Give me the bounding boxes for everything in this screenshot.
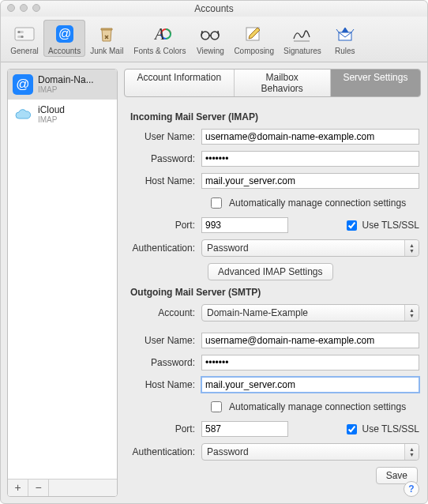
window-title: Accounts [194, 3, 233, 14]
prefs-tab-signatures[interactable]: Signatures [279, 20, 326, 57]
prefs-toolbar: General @ Accounts Junk Mail [1, 17, 427, 62]
account-protocol: IMAP [38, 85, 94, 94]
at-icon: @ [51, 23, 78, 45]
incoming-hostname-field[interactable] [201, 173, 419, 189]
prefs-tab-fonts[interactable]: A Fonts & Colors [128, 20, 191, 57]
prefs-tab-label: General [10, 47, 39, 55]
titlebar: Accounts [1, 1, 427, 17]
outgoing-port-field[interactable] [201, 421, 288, 437]
tab-server-settings[interactable]: Server Settings [331, 70, 420, 96]
outgoing-hostname-field[interactable] [201, 377, 419, 393]
label-in-password: Password: [126, 153, 201, 164]
incoming-auto-manage-input[interactable] [211, 197, 222, 209]
incoming-port-field[interactable] [201, 217, 288, 233]
label-out-username: User Name: [126, 335, 201, 346]
tab-mailbox-behaviors[interactable]: Mailbox Behaviors [235, 70, 331, 96]
fonts-icon: A [146, 23, 173, 45]
list-item[interactable]: iCloud IMAP [8, 100, 117, 130]
gear-switch-icon [11, 23, 38, 45]
incoming-username-field[interactable] [201, 129, 419, 145]
server-settings-form: Incoming Mail Server (IMAP) User Name: P… [124, 105, 421, 497]
accounts-list: @ Domain-Na... IMAP iCloud IMAP [8, 70, 117, 479]
svg-point-10 [211, 32, 219, 39]
outgoing-account-select[interactable]: Domain-Name-Example ▲▼ [201, 304, 419, 322]
incoming-auth-value: Password [207, 243, 249, 254]
label-in-hostname: Host Name: [126, 175, 201, 186]
outgoing-auto-manage-checkbox[interactable]: Automatically manage connection settings [208, 399, 406, 415]
outgoing-account-value: Domain-Name-Example [207, 307, 308, 318]
sidebar-footer: + − [8, 479, 117, 496]
outgoing-auto-manage-label: Automatically manage connection settings [229, 401, 406, 412]
prefs-tab-label: Accounts [48, 47, 81, 55]
incoming-tls-input[interactable] [347, 220, 357, 231]
window-controls[interactable] [7, 4, 40, 12]
prefs-tab-viewing[interactable]: Viewing [191, 20, 229, 57]
outgoing-tls-checkbox[interactable]: Use TLS/SSL [344, 422, 419, 437]
signature-icon [289, 23, 316, 45]
add-account-button[interactable]: + [8, 480, 28, 496]
account-name: iCloud [38, 105, 65, 115]
account-protocol: IMAP [38, 115, 65, 124]
outgoing-tls-label: Use TLS/SSL [362, 423, 419, 434]
svg-point-9 [201, 32, 209, 39]
icloud-icon [13, 104, 33, 125]
trash-icon [93, 23, 120, 45]
incoming-auth-select[interactable]: Password ▲▼ [201, 239, 419, 257]
updown-icon: ▲▼ [404, 240, 419, 256]
incoming-auto-manage-checkbox[interactable]: Automatically manage connection settings [208, 195, 406, 211]
incoming-password-field[interactable] [201, 151, 419, 167]
updown-icon: ▲▼ [404, 444, 419, 460]
incoming-tls-label: Use TLS/SSL [362, 220, 419, 231]
compose-icon [241, 23, 268, 45]
at-icon: @ [13, 74, 33, 95]
outgoing-password-field[interactable] [201, 355, 419, 370]
account-name: Domain-Na... [38, 75, 94, 85]
prefs-tab-composing[interactable]: Composing [229, 20, 279, 57]
prefs-tab-general[interactable]: General [6, 20, 43, 57]
outgoing-heading: Outgoing Mail Server (SMTP) [126, 287, 419, 298]
prefs-tab-label: Fonts & Colors [133, 47, 186, 55]
prefs-tab-label: Composing [234, 47, 274, 55]
svg-point-3 [18, 31, 21, 33]
label-out-account: Account: [126, 307, 201, 318]
outgoing-auth-value: Password [207, 446, 249, 457]
label-out-password: Password: [126, 357, 201, 368]
rules-icon [332, 23, 359, 45]
help-button[interactable]: ? [404, 481, 419, 497]
advanced-imap-button[interactable]: Advanced IMAP Settings [208, 263, 333, 280]
incoming-auto-manage-label: Automatically manage connection settings [229, 197, 406, 209]
remove-account-button[interactable]: − [28, 480, 49, 496]
label-out-auth: Authentication: [126, 446, 201, 457]
svg-point-4 [21, 36, 24, 38]
outgoing-tls-input[interactable] [347, 424, 357, 434]
prefs-tab-label: Junk Mail [90, 47, 123, 55]
prefs-tab-junk[interactable]: Junk Mail [85, 20, 128, 57]
prefs-tab-label: Signatures [283, 47, 321, 55]
accounts-sidebar: @ Domain-Na... IMAP iCloud IMAP [7, 69, 118, 497]
label-in-port: Port: [126, 220, 201, 231]
list-item[interactable]: @ Domain-Na... IMAP [8, 70, 117, 100]
svg-rect-0 [15, 28, 34, 40]
minimize-dot-icon[interactable] [20, 4, 28, 12]
prefs-tab-accounts[interactable]: @ Accounts [43, 20, 85, 57]
svg-text:A: A [153, 25, 165, 43]
detail-tabs: Account Information Mailbox Behaviors Se… [124, 69, 421, 97]
glasses-icon [197, 23, 223, 45]
svg-text:@: @ [58, 27, 70, 40]
label-in-auth: Authentication: [126, 243, 201, 254]
updown-icon: ▲▼ [404, 305, 419, 321]
outgoing-auto-manage-input[interactable] [211, 401, 222, 412]
tab-account-info[interactable]: Account Information [125, 70, 235, 96]
zoom-dot-icon[interactable] [32, 4, 40, 12]
outgoing-username-field[interactable] [201, 333, 419, 348]
close-dot-icon[interactable] [7, 4, 15, 12]
prefs-tab-rules[interactable]: Rules [326, 20, 364, 57]
label-in-username: User Name: [126, 131, 201, 142]
outgoing-auth-select[interactable]: Password ▲▼ [201, 443, 419, 461]
prefs-tab-label: Viewing [197, 47, 224, 55]
label-out-port: Port: [126, 423, 201, 434]
label-out-hostname: Host Name: [126, 379, 201, 390]
prefs-tab-label: Rules [335, 47, 355, 55]
incoming-tls-checkbox[interactable]: Use TLS/SSL [344, 218, 419, 233]
incoming-heading: Incoming Mail Server (IMAP) [126, 111, 419, 122]
